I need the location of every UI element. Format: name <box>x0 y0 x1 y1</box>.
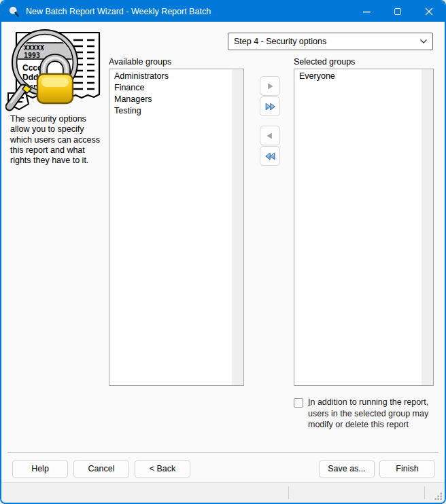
status-bar-divider <box>424 486 425 499</box>
help-button[interactable]: Help <box>12 460 68 478</box>
move-left-button[interactable] <box>260 126 280 145</box>
step-selector-value: Step 4 - Security options <box>234 37 419 46</box>
move-all-left-button[interactable] <box>260 146 280 166</box>
modify-rights-checkbox-row: In addition to running the report, users… <box>294 397 435 431</box>
available-groups-label: Available groups <box>109 57 171 67</box>
list-item[interactable]: Testing <box>109 105 232 117</box>
finish-button[interactable]: Finish <box>379 460 435 478</box>
close-button[interactable] <box>413 1 445 22</box>
available-groups-list: Administrators Finance Managers Testing <box>109 69 232 117</box>
scrollbar-track[interactable] <box>232 69 243 385</box>
cancel-button[interactable]: Cancel <box>73 460 129 478</box>
maximize-button[interactable] <box>382 1 413 22</box>
move-all-right-button[interactable] <box>260 96 280 116</box>
minimize-icon <box>363 12 371 12</box>
list-item[interactable]: Administrators <box>109 71 232 82</box>
security-wizard-icon: XXXXX 1993 Cccc: Ddd: Nnnn <box>5 28 106 114</box>
arrow-right-icon <box>264 81 275 92</box>
save-as-button[interactable]: Save as... <box>319 460 375 478</box>
close-icon <box>425 7 433 16</box>
selected-groups-listbox[interactable]: Everyone <box>294 69 434 386</box>
window-controls <box>351 1 445 22</box>
status-bar <box>1 482 445 503</box>
chevron-down-icon <box>419 39 428 44</box>
move-right-button[interactable] <box>260 76 280 96</box>
wizard-dialog: New Batch Report Wizard - Weekly Report … <box>0 0 446 504</box>
titlebar: New Batch Report Wizard - Weekly Report … <box>1 1 445 22</box>
modify-rights-checkbox[interactable] <box>294 398 303 408</box>
list-item[interactable]: Everyone <box>294 71 422 82</box>
arrow-left-icon <box>264 130 275 141</box>
maximize-icon <box>394 8 401 15</box>
window-title: New Batch Report Wizard - Weekly Report … <box>26 7 211 16</box>
list-item[interactable]: Finance <box>109 82 232 94</box>
svg-text:XXXXX: XXXXX <box>24 44 44 52</box>
modify-rights-label[interactable]: In addition to running the report, users… <box>308 397 435 431</box>
scrollbar-track[interactable] <box>422 69 433 385</box>
selected-groups-list: Everyone <box>294 69 422 82</box>
minimize-button[interactable] <box>351 1 382 22</box>
security-description: The security options allow you to specif… <box>10 114 101 166</box>
list-item[interactable]: Managers <box>109 94 232 105</box>
svg-text:1993: 1993 <box>24 52 40 59</box>
available-groups-listbox[interactable]: Administrators Finance Managers Testing <box>109 69 244 386</box>
selected-groups-label: Selected groups <box>294 57 355 67</box>
double-arrow-right-icon <box>264 101 276 112</box>
step-selector[interactable]: Step 4 - Security options <box>228 33 433 50</box>
back-button[interactable]: < Back <box>135 460 190 478</box>
magnifier-app-icon <box>8 6 20 18</box>
double-arrow-left-icon <box>264 151 276 162</box>
resize-grip[interactable] <box>434 492 443 501</box>
footer-separator <box>7 452 439 453</box>
status-bar-divider <box>288 486 289 499</box>
